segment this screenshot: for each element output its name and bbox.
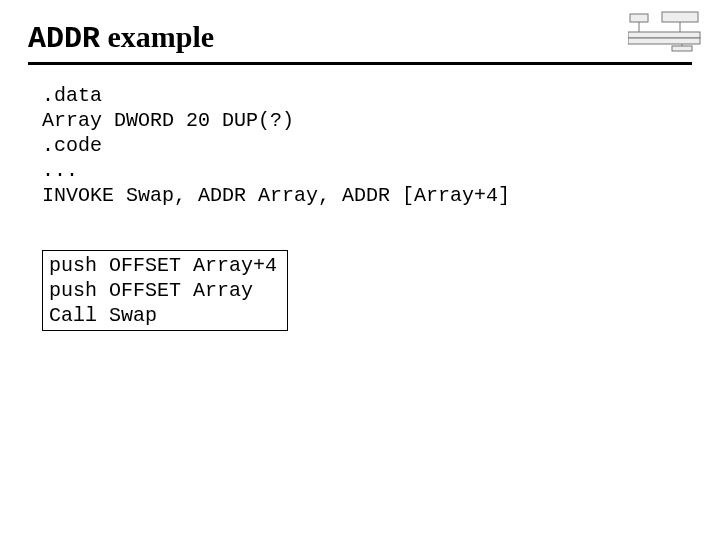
code-line: .code bbox=[42, 134, 102, 157]
cpu-diagram-icon bbox=[628, 10, 702, 52]
box-line: Call Swap bbox=[49, 304, 157, 327]
box-line: push OFFSET Array+4 bbox=[49, 254, 277, 277]
title-underline bbox=[28, 62, 692, 65]
title-rest: example bbox=[100, 20, 214, 53]
code-line: ... bbox=[42, 159, 78, 182]
slide-title: ADDR example bbox=[28, 20, 692, 56]
box-line: push OFFSET Array bbox=[49, 279, 253, 302]
svg-rect-4 bbox=[672, 46, 692, 51]
code-line: .data bbox=[42, 84, 102, 107]
svg-rect-3 bbox=[628, 38, 700, 44]
svg-rect-2 bbox=[628, 32, 700, 38]
code-line: INVOKE Swap, ADDR Array, ADDR [Array+4] bbox=[42, 184, 510, 207]
svg-rect-0 bbox=[630, 14, 648, 22]
svg-rect-1 bbox=[662, 12, 698, 22]
title-mono: ADDR bbox=[28, 22, 100, 56]
code-line: Array DWORD 20 DUP(?) bbox=[42, 109, 294, 132]
expansion-box: push OFFSET Array+4 push OFFSET Array Ca… bbox=[42, 250, 288, 331]
source-code-block: .data Array DWORD 20 DUP(?) .code ... IN… bbox=[42, 83, 692, 208]
